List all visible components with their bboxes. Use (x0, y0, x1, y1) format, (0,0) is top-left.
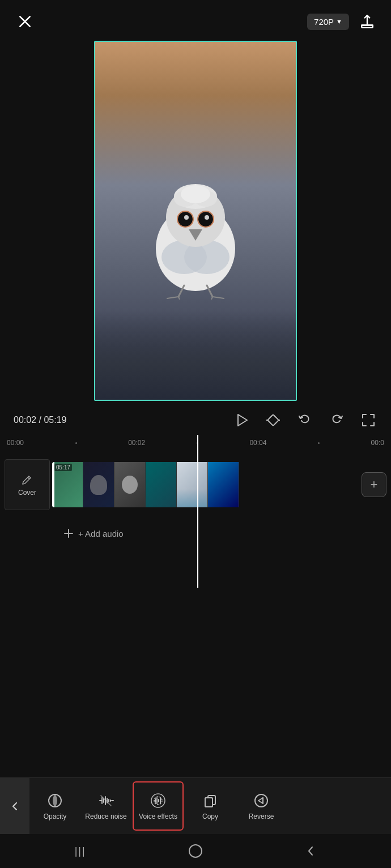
track-segment-6 (208, 462, 239, 507)
svg-point-16 (205, 215, 209, 220)
svg-rect-27 (267, 414, 279, 426)
video-track[interactable]: 05:17 (52, 459, 357, 510)
playhead (197, 435, 198, 588)
opacity-icon (46, 792, 63, 809)
add-audio-label: + Add audio (78, 529, 124, 538)
system-back-icon (304, 845, 317, 857)
ruler-dot-1 (75, 442, 77, 444)
add-track-button[interactable]: + (362, 472, 386, 497)
system-home-button[interactable] (185, 841, 206, 861)
bird-illustration (139, 175, 252, 300)
opacity-label: Opacity (44, 813, 67, 820)
keyframe-button[interactable] (264, 411, 282, 429)
video-frame (95, 42, 296, 400)
cover-label: Cover (18, 489, 36, 497)
add-track-icon: + (371, 477, 378, 492)
track-area: Cover 05:17 (0, 451, 391, 519)
track-timestamp: 05:17 (54, 464, 72, 471)
add-audio-icon (63, 528, 74, 538)
svg-marker-26 (238, 414, 247, 426)
timeline-ruler: 00:00 00:02 00:04 00:0 (0, 435, 391, 451)
track-segment-1: 05:17 (52, 462, 83, 507)
toolbar-item-reduce-noise[interactable]: Reduce noise (80, 778, 131, 834)
toolbar-items: Opacity Reduce noise (29, 778, 391, 834)
toolbar-item-reverse[interactable]: Reverse (236, 778, 287, 834)
toolbar-back-button[interactable] (0, 778, 29, 834)
track-segment-5 (177, 462, 208, 507)
svg-point-52 (255, 794, 267, 807)
top-bar: 720P ▼ (0, 0, 391, 40)
reduce-noise-label: Reduce noise (85, 813, 126, 820)
ruler-dot-5 (318, 442, 320, 444)
svg-line-23 (178, 297, 180, 300)
close-button[interactable] (14, 10, 36, 33)
svg-point-55 (189, 845, 202, 857)
toolbar-item-voice-effects[interactable]: Voice effects (133, 781, 184, 831)
reverse-label: Reverse (249, 813, 274, 820)
current-time: 00:02 (14, 415, 36, 425)
ruler-mark-0: 00:00 (7, 439, 24, 447)
reverse-icon (253, 792, 270, 809)
resolution-label: 720P (314, 17, 334, 27)
reduce-noise-icon (97, 792, 114, 809)
ruler-label-6: 00:0 (371, 439, 384, 447)
track-segment-4 (146, 462, 177, 507)
svg-rect-51 (205, 798, 212, 807)
ruler-label-0: 00:00 (7, 439, 24, 447)
toolbar-item-copy[interactable]: Copy (185, 778, 236, 834)
total-time: 05:19 (44, 415, 66, 425)
system-home-icon (188, 843, 203, 859)
time-display: 00:02 / 05:19 (14, 415, 66, 425)
track-segment-2 (83, 462, 114, 507)
system-nav-bar: ||| (0, 834, 391, 868)
edit-icon (21, 473, 33, 485)
toolbar-item-opacity[interactable]: Opacity (29, 778, 80, 834)
system-menu-button[interactable]: ||| (70, 841, 91, 861)
playback-bar: 00:02 / 05:19 (0, 405, 391, 435)
cover-thumbnail[interactable]: Cover (5, 459, 50, 510)
resolution-button[interactable]: 720P ▼ (307, 14, 349, 30)
svg-line-30 (28, 477, 29, 479)
chevron-down-icon: ▼ (336, 18, 342, 25)
copy-label: Copy (202, 813, 218, 820)
bottom-toolbar: Opacity Reduce noise (0, 777, 391, 834)
voice-effects-icon (150, 792, 167, 809)
system-back-button[interactable] (300, 841, 321, 861)
undo-button[interactable] (296, 411, 314, 429)
ruler-label-2: 00:02 (128, 439, 145, 447)
ruler-mark-6: 00:0 (371, 439, 384, 447)
top-right-controls: 720P ▼ (307, 11, 377, 32)
system-menu-icon: ||| (75, 845, 86, 857)
fullscreen-button[interactable] (359, 411, 377, 429)
svg-line-25 (211, 297, 212, 300)
voice-effects-label: Voice effects (139, 813, 177, 820)
svg-line-22 (167, 297, 178, 298)
ruler-mark-2: 00:02 (128, 439, 145, 447)
back-chevron-icon (10, 801, 20, 811)
ruler-marks: 00:00 00:02 00:04 00:0 (7, 439, 384, 447)
track-segment-3 (114, 462, 146, 507)
ruler-label-4: 00:04 (249, 439, 266, 447)
svg-marker-53 (258, 798, 263, 803)
copy-icon (202, 792, 219, 809)
add-audio-bar[interactable]: + Add audio (54, 521, 391, 546)
redo-button[interactable] (328, 411, 346, 429)
play-button[interactable] (232, 411, 250, 429)
svg-point-12 (181, 185, 210, 203)
track-segments: 05:17 (52, 462, 357, 507)
svg-point-15 (184, 215, 189, 220)
video-preview (94, 41, 297, 401)
svg-line-24 (212, 297, 224, 298)
export-button[interactable] (357, 11, 377, 32)
playback-controls (232, 411, 377, 429)
ruler-mark-4: 00:04 (249, 439, 266, 447)
